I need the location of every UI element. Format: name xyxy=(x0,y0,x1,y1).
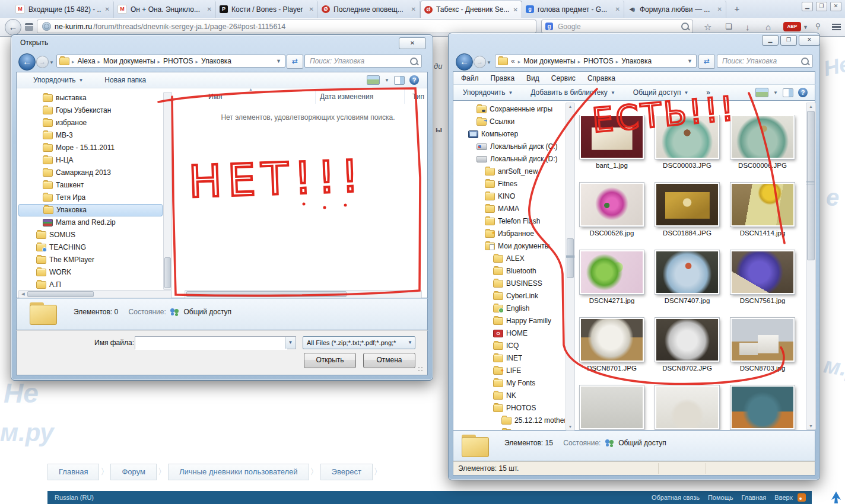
menu-item[interactable]: Вид xyxy=(521,73,545,84)
adblock-icon[interactable]: ABP xyxy=(783,22,801,31)
views-caret-icon[interactable]: ▼ xyxy=(385,78,389,83)
file-item[interactable]: DSCN8702.JPG xyxy=(652,318,723,385)
tree-item[interactable]: Ссылки xyxy=(453,116,565,128)
tree-item[interactable]: Море - 15.11.2011 xyxy=(18,142,163,154)
column-header-type[interactable]: Тип xyxy=(412,92,424,101)
tab-close-icon[interactable]: ✕ xyxy=(411,6,416,12)
minimize-button[interactable]: ▁ xyxy=(802,2,813,11)
file-item[interactable]: bant_1.jpg xyxy=(576,115,647,183)
file-item[interactable]: DSCN4271.jpg xyxy=(576,250,647,318)
file-item[interactable]: DSC00003.JPG xyxy=(652,115,723,183)
tree-item[interactable]: ALEX xyxy=(453,253,565,265)
breadcrumb-caret-icon[interactable]: ▼ xyxy=(686,58,694,64)
history-caret-icon[interactable]: ▼ xyxy=(487,60,491,65)
file-thumbnail[interactable] xyxy=(730,385,795,429)
breadcrumb-overflow[interactable]: « xyxy=(509,57,517,65)
file-item[interactable]: DSCN1414.jpg xyxy=(727,183,798,250)
filename-input[interactable] xyxy=(135,337,287,350)
refresh-button[interactable]: ⇄ xyxy=(287,55,303,69)
forum-breadcrumb-item[interactable]: Главная xyxy=(47,464,99,480)
tree-item[interactable]: LIFE xyxy=(453,365,565,377)
tree-item[interactable]: MB-3 xyxy=(18,129,163,142)
tree-item[interactable]: Fitnes xyxy=(453,178,565,190)
file-item[interactable]: DSCN7407.jpg xyxy=(652,250,723,318)
tree-item[interactable]: CyberLink xyxy=(453,290,565,302)
menu-item[interactable]: Правка xyxy=(485,73,520,84)
downloads-icon[interactable]: ↓ xyxy=(745,22,750,32)
views-icon[interactable] xyxy=(367,75,380,85)
file-item[interactable] xyxy=(652,385,723,430)
refresh-button[interactable]: ⇄ xyxy=(698,55,715,69)
restore-button[interactable]: ❐ xyxy=(816,2,827,11)
browser-tab[interactable]: Кости / Bones - Player ✕ xyxy=(216,1,318,18)
footer-link[interactable]: Помощь xyxy=(708,494,733,501)
tree-item[interactable]: А.П xyxy=(18,279,163,289)
resize-grip[interactable] xyxy=(418,366,424,372)
tree-item[interactable]: ICQ xyxy=(453,340,565,352)
tab-close-icon[interactable]: ✕ xyxy=(309,6,314,12)
breadcrumb-segment[interactable]: Мои документы xyxy=(97,57,157,65)
footer-link[interactable]: Главная xyxy=(741,494,766,501)
search-input[interactable] xyxy=(309,56,410,66)
search-box[interactable] xyxy=(717,55,813,68)
address-breadcrumb[interactable]: « Мои документыPHOTOSУпаковка ▼ xyxy=(495,55,697,68)
site-identity-icon[interactable] xyxy=(42,22,51,31)
tree-item[interactable]: Самарканд 2013 xyxy=(18,167,163,179)
organize-button[interactable]: Упорядочить▼ xyxy=(28,74,88,86)
file-thumbnail[interactable] xyxy=(655,318,719,362)
breadcrumb-segment[interactable]: Alexa xyxy=(71,57,97,65)
tree-item[interactable]: TEACHING xyxy=(18,241,163,254)
file-item[interactable] xyxy=(727,385,798,430)
tree-item[interactable]: Mama and Red.zip xyxy=(18,216,163,229)
tree-item[interactable]: PHOTOS xyxy=(453,402,565,414)
forward-button[interactable]: → xyxy=(36,56,49,68)
file-thumbnail[interactable] xyxy=(730,318,795,362)
tree-item[interactable]: HOME xyxy=(453,327,565,340)
breadcrumb-segment[interactable]: PHOTOS xyxy=(157,57,195,65)
tree-item[interactable]: INET xyxy=(453,352,565,365)
tree-item[interactable]: 2013 - Son Birthd xyxy=(453,427,565,430)
tree-item[interactable]: Сохраненные игры xyxy=(453,103,565,116)
preview-pane-icon[interactable] xyxy=(783,88,793,97)
file-thumbnail[interactable] xyxy=(580,250,644,294)
file-thumbnail[interactable] xyxy=(655,183,719,227)
breadcrumb-caret-icon[interactable]: ▼ xyxy=(275,58,282,64)
tree-scrollbar[interactable]: ▲ ▼ xyxy=(566,103,575,430)
file-thumbnail[interactable] xyxy=(580,385,644,429)
language-selector[interactable]: Russian (RU) xyxy=(55,494,94,501)
tree-item[interactable]: Избранное xyxy=(453,228,565,240)
forum-breadcrumb-item[interactable]: Личные дневники пользователей xyxy=(168,464,309,480)
tab-close-icon[interactable]: ✕ xyxy=(717,6,722,12)
tree-item[interactable]: выставка xyxy=(18,92,163,104)
tree-item[interactable]: Telefon Flash xyxy=(453,215,565,228)
menu-item[interactable]: Справка xyxy=(582,73,621,84)
restore-button[interactable]: ❐ xyxy=(780,35,797,46)
tree-item[interactable]: The KMPlayer xyxy=(18,254,163,266)
toolbar-button[interactable]: Общий доступ▼ xyxy=(628,87,694,98)
file-thumbnail[interactable] xyxy=(655,385,719,429)
browser-tab[interactable]: Табекс - Дневник Se... ✕ xyxy=(420,1,522,18)
tab-close-icon[interactable]: ✕ xyxy=(105,6,110,12)
menu-item[interactable]: Сервис xyxy=(546,73,581,84)
search-input[interactable] xyxy=(557,22,678,31)
toolbar-button[interactable]: »▼ xyxy=(701,87,715,98)
file-thumbnail[interactable] xyxy=(655,115,719,159)
tree-item[interactable]: NK xyxy=(453,390,565,402)
file-thumbnail[interactable] xyxy=(580,115,644,159)
list-h-scrollbar[interactable] xyxy=(185,290,422,298)
tree-item[interactable]: WORK xyxy=(18,266,163,279)
menu-item[interactable]: Файл xyxy=(456,73,484,84)
browser-tab[interactable]: голова предмет - G... ✕ xyxy=(522,1,624,18)
bookmarks-panel-icon[interactable]: ❏ xyxy=(725,22,732,31)
preview-pane-icon[interactable] xyxy=(394,76,405,85)
tree-item[interactable]: Горы Узбекистан xyxy=(18,104,163,117)
tree-item[interactable]: Локальный диск (D:) xyxy=(453,153,565,165)
toolbar-button[interactable]: Упорядочить▼ xyxy=(458,87,517,98)
tree-item[interactable]: Ташкент xyxy=(18,179,163,192)
new-tab-button[interactable]: + xyxy=(730,4,744,14)
search-icon[interactable] xyxy=(681,23,689,30)
open-button[interactable]: Открыть xyxy=(304,353,356,368)
scroll-top-arrow[interactable] xyxy=(828,491,844,504)
content-scrollbar[interactable]: ▲ ▼ xyxy=(806,103,816,430)
column-header-date[interactable]: Дата изменения xyxy=(320,92,373,101)
